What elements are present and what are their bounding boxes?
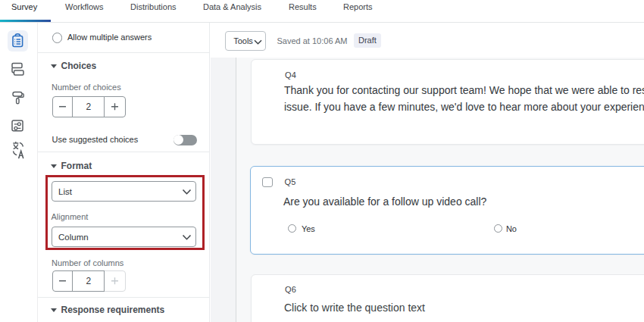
- svg-text:2: 2: [86, 102, 91, 112]
- svg-text:2: 2: [86, 276, 91, 286]
